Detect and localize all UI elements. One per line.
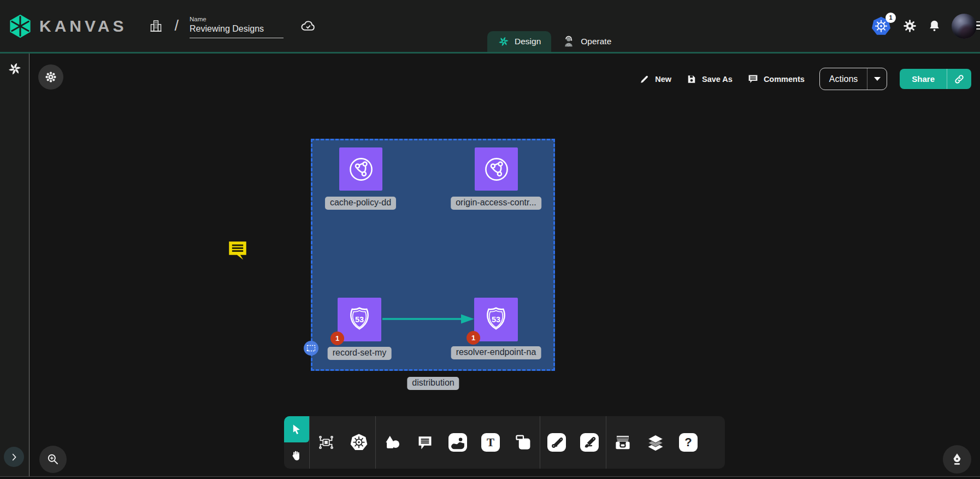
left-sidebar [0, 54, 29, 479]
overflow-menu-icon[interactable] [976, 21, 980, 29]
node-label-resolver-endpoint[interactable]: resolver-endpoint-na [451, 346, 541, 359]
design-swirl-icon [498, 36, 510, 48]
node-origin-access-control[interactable] [475, 147, 518, 191]
pen-nib-icon [949, 452, 965, 467]
kubernetes-context-count-badge: 1 [885, 13, 896, 23]
actions-dropdown-button[interactable]: Actions [819, 68, 887, 90]
meshsync-flower-icon [44, 70, 57, 84]
infrastructure-tool[interactable] [310, 416, 343, 469]
cloudfront-globe-icon [346, 154, 376, 185]
comments-bubble-icon [747, 73, 759, 85]
node-resolver-endpoint-badge[interactable]: 1 [467, 331, 480, 345]
sidebar-expand-button[interactable] [4, 447, 24, 467]
zoom-in-magnifier-icon [46, 452, 60, 466]
name-field-label: Name [190, 16, 284, 22]
edge-pen-tool[interactable] [540, 416, 573, 469]
node-label-record-set[interactable]: record-set-my [328, 347, 392, 360]
node-cache-policy[interactable] [339, 147, 382, 191]
comments-label: Comments [764, 75, 805, 84]
kubernetes-tool[interactable] [343, 416, 375, 469]
shapes-tool[interactable] [376, 416, 409, 469]
node-label-origin-access-control[interactable]: origin-access-contr... [451, 197, 541, 210]
design-name-input[interactable] [190, 23, 284, 38]
kanvas-logo[interactable]: KANVAS [8, 14, 127, 39]
text-T-icon: T [481, 433, 500, 452]
svg-text:53: 53 [355, 315, 364, 324]
design-name-field: Name [190, 16, 284, 38]
canvas-toolbar: T [284, 416, 725, 469]
notifications-bell-icon[interactable] [928, 19, 941, 33]
chip-circuit-icon [317, 433, 335, 452]
tab-operate[interactable]: Operate [551, 31, 622, 52]
text-tool[interactable]: T [474, 416, 507, 469]
layers-icon [646, 433, 665, 452]
frame-icon [514, 433, 533, 452]
node-record-set-badge[interactable]: 1 [330, 332, 344, 345]
save-as-label: Save As [702, 75, 733, 84]
cloudfront-globe-icon [481, 154, 512, 185]
layers-tool[interactable] [639, 416, 672, 469]
actions-label: Actions [820, 68, 867, 90]
bottom-edge-strip [0, 476, 980, 479]
comment-pin-icon[interactable] [226, 238, 249, 262]
svg-text:53: 53 [492, 315, 500, 324]
share-button[interactable]: Share [900, 69, 971, 89]
tab-operate-label: Operate [581, 37, 611, 46]
node-label-cache-policy[interactable]: cache-policy-dd [325, 197, 396, 210]
cloud-sync-icon [300, 18, 316, 34]
kanvas-hexagon-icon [8, 14, 33, 39]
organization-icon[interactable] [149, 18, 163, 34]
settings-gear-icon[interactable] [902, 19, 917, 33]
select-tool[interactable] [284, 416, 309, 442]
group-resize-handle[interactable] [304, 341, 318, 356]
pan-tool[interactable] [284, 442, 309, 469]
comment-tool[interactable] [409, 416, 441, 469]
app-header: KANVAS / Name [0, 0, 980, 54]
edge-record-set-to-resolver[interactable] [381, 312, 475, 326]
sketch-scribble-icon [580, 433, 599, 452]
node-resolver-endpoint[interactable]: 53 [474, 298, 518, 341]
chevron-right-icon [9, 452, 19, 462]
media-tool[interactable] [441, 416, 474, 469]
meshsync-button[interactable] [38, 64, 63, 90]
route53-shield-icon: 53 [481, 304, 511, 335]
cursor-arrow-icon [291, 423, 303, 436]
group-label-distribution[interactable]: distribution [407, 377, 459, 390]
tab-design-label: Design [515, 37, 541, 46]
caret-down-icon [874, 77, 881, 81]
new-button[interactable]: New [639, 74, 671, 85]
meshery-swirl-icon[interactable] [7, 61, 22, 76]
pen-path-icon [547, 433, 566, 452]
help-tool[interactable]: ? [672, 416, 705, 469]
route53-shield-icon: 53 [344, 304, 375, 335]
actions-caret[interactable] [867, 68, 887, 90]
save-as-button[interactable]: Save As [686, 74, 733, 85]
signature-pen-button[interactable] [943, 445, 971, 474]
breadcrumb-separator: / [174, 17, 179, 34]
pencil-icon [639, 74, 650, 85]
drawer-icon [613, 433, 633, 452]
tab-design[interactable]: Design [487, 31, 551, 52]
hand-icon [291, 450, 303, 462]
user-avatar[interactable] [952, 14, 977, 39]
zoom-button[interactable] [39, 446, 67, 473]
components-drawer-tool[interactable] [606, 416, 639, 469]
new-label: New [655, 75, 671, 84]
save-floppy-icon [686, 74, 697, 85]
question-mark-icon: ? [679, 433, 698, 452]
kubernetes-context-button[interactable]: 1 [870, 15, 892, 37]
mode-tabs: Design Operate [487, 31, 622, 52]
node-record-set[interactable]: 53 [338, 298, 381, 341]
shapes-icon [383, 433, 402, 452]
comment-bubble-icon [416, 434, 434, 451]
kubernetes-wheel-icon [349, 433, 369, 452]
logo-text: KANVAS [39, 17, 127, 36]
share-label: Share [900, 69, 947, 89]
copy-link-section[interactable] [947, 69, 971, 89]
canvas-action-bar: New Save As Comments Actions [639, 68, 971, 90]
frame-tool[interactable] [507, 416, 540, 469]
comments-button[interactable]: Comments [747, 73, 805, 85]
sketch-tool[interactable] [573, 416, 606, 469]
operator-headset-icon [562, 34, 576, 49]
media-image-icon [448, 433, 467, 452]
